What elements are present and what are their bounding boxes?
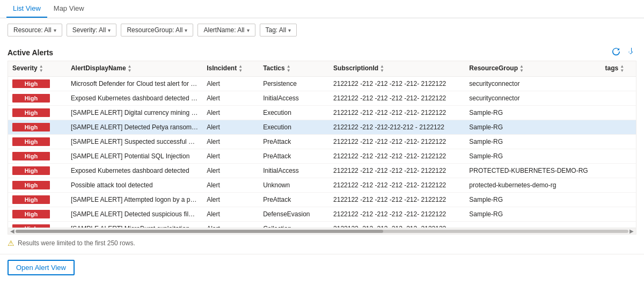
sort-icon[interactable]: ▲▼ (238, 64, 243, 73)
alert-name: [SAMPLE ALERT] MicroBurst exploitation t… (71, 225, 202, 228)
chevron-down-icon: ▾ (185, 27, 187, 33)
subscription-id: 2122122 -212 -212 -212 -212- 2122122 (333, 210, 446, 218)
pin-button[interactable] (626, 46, 636, 59)
is-incident: Alert (207, 167, 220, 174)
chevron-down-icon: ▾ (54, 27, 56, 33)
col-tags[interactable]: tags▲▼ (601, 61, 636, 77)
severity-badge: High (12, 94, 50, 103)
col-is-incident[interactable]: IsIncident▲▼ (202, 61, 259, 77)
filter-label: ResourceGroup: All (127, 26, 182, 34)
filter-label: Severity: All (72, 26, 106, 34)
col-alert-display-name[interactable]: AlertDisplayName▲▼ (67, 61, 202, 77)
top-tabs: List ViewMap View (0, 0, 644, 18)
is-incident: Alert (207, 196, 220, 203)
alert-name: [SAMPLE ALERT] Detected Petya ransomware… (71, 123, 202, 131)
col-resource-group[interactable]: ResourceGroup▲▼ (465, 61, 601, 77)
scrollbar-track[interactable] (16, 230, 628, 233)
table-row[interactable]: High[SAMPLE ALERT] Potential SQL Injecti… (8, 149, 636, 164)
is-incident: Alert (207, 181, 220, 189)
filter-alert-name[interactable]: AlertName: All▾ (197, 24, 255, 36)
table-row[interactable]: HighExposed Kubernetes dashboard detecte… (8, 164, 636, 178)
tactics: Persistence (263, 80, 297, 87)
resource-group: Sample-RG (469, 123, 503, 131)
resource-group: Sample-RG (469, 210, 503, 218)
table-row[interactable]: High[SAMPLE ALERT] MicroBurst exploitati… (8, 222, 636, 228)
sort-icon[interactable]: ▲▼ (380, 64, 384, 73)
filter-tag[interactable]: Tag: All▾ (260, 24, 297, 36)
is-incident: Alert (207, 94, 220, 102)
sort-icon[interactable]: ▲▼ (287, 64, 291, 73)
tactics: DefenseEvasion (263, 210, 310, 218)
subscription-id: 2122122 -212 -212 -212 -212- 2122122 (333, 94, 446, 102)
resource-group: protected-kubernetes-demo-rg (469, 181, 556, 189)
section-header: Active Alerts (0, 42, 644, 61)
table-row[interactable]: High[SAMPLE ALERT] Digital currency mini… (8, 106, 636, 120)
subscription-id: 2122122 -212 -212 -212 -212- 2122122 (333, 225, 446, 228)
tactics: Collection (263, 225, 291, 228)
col-severity[interactable]: Severity▲▼ (8, 61, 67, 77)
scroll-left-arrow[interactable]: ◀ (9, 228, 16, 234)
table-row[interactable]: HighExposed Kubernetes dashboard detecte… (8, 91, 636, 106)
alert-name: [SAMPLE ALERT] Digital currency mining r… (71, 109, 202, 116)
sort-icon[interactable]: ▲▼ (519, 64, 524, 73)
table-row[interactable]: High[SAMPLE ALERT] Attempted logon by a … (8, 193, 636, 207)
scroll-right-arrow[interactable]: ▶ (628, 228, 635, 234)
table-row[interactable]: High[SAMPLE ALERT] Detected suspicious f… (8, 207, 636, 222)
filter-resource-group[interactable]: ResourceGroup: All▾ (121, 24, 193, 36)
resource-group: Sample-RG (469, 138, 503, 145)
alert-name: Possible attack tool detected (71, 181, 153, 189)
tab-map-view[interactable]: Map View (47, 0, 91, 18)
resource-group: Sample-RG (469, 152, 503, 160)
tactics: InitialAccess (263, 94, 299, 102)
table-row[interactable]: High[SAMPLE ALERT] Suspected successful … (8, 135, 636, 149)
section-title: Active Alerts (8, 48, 53, 57)
footer: Open Alert View (0, 254, 644, 281)
alert-name: Exposed Kubernetes dashboard detected (P… (71, 94, 202, 102)
alert-name: [SAMPLE ALERT] Potential SQL Injection (71, 152, 189, 160)
table-row[interactable]: HighPossible attack tool detectedAlertUn… (8, 178, 636, 193)
filter-severity[interactable]: Severity: All▾ (67, 24, 117, 36)
open-alert-view-button[interactable]: Open Alert View (8, 260, 75, 275)
horizontal-scrollbar[interactable]: ◀ ▶ (8, 228, 636, 234)
filter-bar: Resource: All▾Severity: All▾ResourceGrou… (0, 18, 644, 42)
warning-icon: ⚠ (8, 239, 14, 247)
subscription-id: 2122122 -212 -212 -212 -212- 2122122 (333, 152, 446, 160)
tactics: InitialAccess (263, 167, 299, 174)
refresh-button[interactable] (611, 46, 621, 59)
tactics: PreAttack (263, 152, 291, 160)
is-incident: Alert (207, 152, 220, 160)
sort-icon[interactable]: ▲▼ (39, 64, 43, 73)
resource-group: securityconnector (469, 80, 519, 87)
alert-name: Microsoft Defender for Cloud test alert … (71, 80, 202, 87)
table-row[interactable]: High[SAMPLE ALERT] Detected Petya ransom… (8, 120, 636, 135)
severity-badge: High (12, 79, 50, 88)
subscription-id: 2122122 -212 -212 -212 -212- 2122122 (333, 109, 446, 116)
subscription-id: 2122122 -212 -212 -212 -212- 2122122 (333, 138, 446, 145)
tactics: Execution (263, 109, 291, 116)
subscription-id: 2122122 -212 -212 -212 -212- 2122122 (333, 80, 446, 87)
severity-badge: High (12, 123, 50, 131)
chevron-down-icon: ▾ (247, 27, 250, 33)
severity-badge: High (12, 137, 50, 146)
alerts-table-container: Severity▲▼AlertDisplayName▲▼IsIncident▲▼… (8, 61, 636, 235)
is-incident: Alert (207, 123, 220, 131)
severity-badge: High (12, 181, 50, 189)
is-incident: Alert (207, 109, 220, 116)
sort-icon[interactable]: ▲▼ (128, 64, 132, 73)
col-tactics[interactable]: Tactics▲▼ (259, 61, 329, 77)
filter-resource[interactable]: Resource: All▾ (8, 24, 62, 36)
sort-icon[interactable]: ▲▼ (620, 64, 624, 73)
subscription-id: 2122122 -212 -212 -212 -212- 2122122 (333, 196, 446, 203)
resource-group: securityconnector (469, 94, 519, 102)
alerts-table: Severity▲▼AlertDisplayName▲▼IsIncident▲▼… (8, 61, 636, 228)
resource-group: Sample-RG (469, 196, 503, 203)
tactics: Execution (263, 123, 291, 131)
table-row[interactable]: HighMicrosoft Defender for Cloud test al… (8, 77, 636, 91)
severity-badge: High (12, 166, 50, 175)
col-subscription-id[interactable]: SubscriptionId▲▼ (329, 61, 465, 77)
table-scroll[interactable]: Severity▲▼AlertDisplayName▲▼IsIncident▲▼… (8, 61, 636, 228)
tab-list-view[interactable]: List View (6, 0, 47, 18)
resource-group: PROTECTED-KUBERNETES-DEMO-RG (469, 167, 588, 174)
scrollbar-thumb[interactable] (16, 230, 383, 233)
tactics: PreAttack (263, 196, 291, 203)
